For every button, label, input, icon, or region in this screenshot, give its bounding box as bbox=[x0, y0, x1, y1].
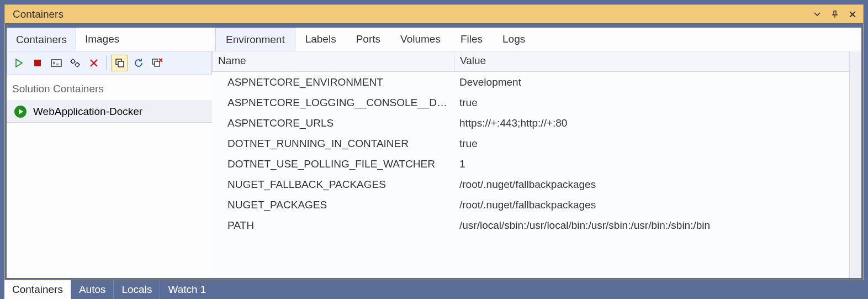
dock-tab-autos[interactable]: Autos bbox=[71, 280, 114, 299]
toolbar-separator bbox=[107, 56, 107, 70]
dropdown-icon[interactable] bbox=[812, 9, 822, 19]
env-value: true bbox=[454, 97, 849, 109]
table-row[interactable]: NUGET_FALLBACK_PACKAGES/root/.nuget/fall… bbox=[212, 174, 849, 195]
title-bar: Containers bbox=[4, 4, 864, 23]
env-name: NUGET_FALLBACK_PACKAGES bbox=[212, 179, 454, 191]
dock-tabs: Containers Autos Locals Watch 1 bbox=[0, 280, 868, 299]
tab-label: Labels bbox=[305, 33, 336, 45]
tab-logs[interactable]: Logs bbox=[493, 28, 535, 51]
svg-point-3 bbox=[76, 63, 79, 66]
table-row[interactable]: DOTNET_RUNNING_IN_CONTAINERtrue bbox=[212, 133, 849, 154]
table-row[interactable]: ASPNETCORE_URLShttps://+:443;http://+:80 bbox=[212, 113, 849, 133]
svg-rect-5 bbox=[118, 61, 124, 67]
container-list-item[interactable]: WebApplication-Docker bbox=[7, 101, 212, 123]
settings-button[interactable] bbox=[67, 55, 83, 71]
grid-header: Name Value bbox=[212, 51, 849, 72]
env-value: true bbox=[454, 138, 849, 150]
running-icon bbox=[14, 106, 27, 118]
dock-tab-label: Locals bbox=[121, 284, 152, 296]
left-tabs: Containers Images bbox=[7, 28, 212, 51]
tab-files[interactable]: Files bbox=[451, 28, 493, 51]
right-pane: Environment Labels Ports Volumes Files L… bbox=[212, 28, 861, 278]
content-area: Containers Images bbox=[4, 23, 864, 280]
tab-containers[interactable]: Containers bbox=[7, 28, 76, 51]
scrollbar[interactable] bbox=[849, 51, 861, 278]
tab-label: Ports bbox=[356, 33, 380, 45]
dock-tab-label: Autos bbox=[79, 284, 106, 296]
tab-volumes[interactable]: Volumes bbox=[390, 28, 451, 51]
svg-rect-0 bbox=[34, 60, 41, 66]
grid-body: ASPNETCORE_ENVIRONMENTDevelopment ASPNET… bbox=[212, 72, 849, 278]
dock-tab-locals[interactable]: Locals bbox=[113, 280, 160, 299]
dock-tab-watch1[interactable]: Watch 1 bbox=[160, 280, 214, 299]
tab-label: Files bbox=[461, 33, 483, 45]
start-button[interactable] bbox=[10, 55, 27, 71]
env-value: /usr/local/sbin:/usr/local/bin:/usr/sbin… bbox=[454, 219, 849, 232]
table-row[interactable]: ASPNETCORE_LOGGING__CONSOLE__DISA…true bbox=[212, 92, 849, 113]
env-value: /root/.nuget/fallbackpackages bbox=[454, 199, 849, 211]
env-name: NUGET_PACKAGES bbox=[212, 199, 454, 211]
column-header-value[interactable]: Value bbox=[454, 51, 849, 71]
env-value: /root/.nuget/fallbackpackages bbox=[454, 179, 849, 191]
container-name: WebApplication-Docker bbox=[33, 106, 142, 118]
tab-label: Environment bbox=[226, 34, 285, 46]
detail-tabs: Environment Labels Ports Volumes Files L… bbox=[212, 28, 861, 51]
tab-label: Logs bbox=[502, 33, 525, 45]
table-row[interactable]: NUGET_PACKAGES/root/.nuget/fallbackpacka… bbox=[212, 195, 849, 215]
refresh-button[interactable] bbox=[130, 55, 147, 71]
table-row[interactable]: PATH/usr/local/sbin:/usr/local/bin:/usr/… bbox=[212, 215, 849, 235]
stop-button[interactable] bbox=[29, 55, 46, 71]
env-name: ASPNETCORE_URLS bbox=[212, 117, 454, 129]
tab-environment[interactable]: Environment bbox=[215, 28, 295, 51]
svg-rect-7 bbox=[155, 61, 160, 66]
env-name: DOTNET_USE_POLLING_FILE_WATCHER bbox=[212, 158, 454, 170]
close-icon[interactable] bbox=[848, 9, 858, 19]
tab-images[interactable]: Images bbox=[76, 28, 128, 51]
env-name: DOTNET_RUNNING_IN_CONTAINER bbox=[212, 138, 454, 150]
window-title: Containers bbox=[13, 8, 812, 20]
pin-icon[interactable] bbox=[830, 9, 840, 19]
tab-label: Images bbox=[85, 33, 119, 45]
delete-button[interactable] bbox=[86, 55, 102, 71]
tool-window-frame: Containers Containers Images bbox=[0, 0, 868, 280]
terminal-button[interactable] bbox=[48, 55, 65, 71]
env-name: ASPNETCORE_LOGGING__CONSOLE__DISA… bbox=[212, 97, 454, 109]
title-bar-buttons bbox=[812, 9, 858, 19]
env-value: Development bbox=[454, 76, 849, 88]
dock-tab-containers[interactable]: Containers bbox=[4, 280, 71, 299]
svg-rect-1 bbox=[51, 60, 61, 66]
left-pane: Containers Images bbox=[7, 28, 212, 278]
tab-label: Volumes bbox=[400, 33, 441, 45]
containers-list: Solution Containers WebApplication-Docke… bbox=[7, 75, 212, 278]
copy-button[interactable] bbox=[112, 55, 128, 71]
dock-tab-label: Containers bbox=[12, 284, 63, 296]
env-value: https://+:443;http://+:80 bbox=[454, 117, 849, 129]
table-row[interactable]: DOTNET_USE_POLLING_FILE_WATCHER1 bbox=[212, 154, 849, 174]
toolbar bbox=[7, 51, 212, 75]
table-row[interactable]: ASPNETCORE_ENVIRONMENTDevelopment bbox=[212, 72, 849, 92]
env-name: PATH bbox=[212, 219, 454, 232]
tab-label: Containers bbox=[16, 34, 67, 46]
tab-labels[interactable]: Labels bbox=[295, 28, 346, 51]
group-header: Solution Containers bbox=[7, 78, 212, 101]
prune-button[interactable] bbox=[149, 55, 166, 71]
dock-tab-label: Watch 1 bbox=[168, 284, 206, 296]
env-value: 1 bbox=[454, 158, 849, 170]
env-name: ASPNETCORE_ENVIRONMENT bbox=[212, 76, 454, 88]
column-header-name[interactable]: Name bbox=[213, 51, 454, 71]
panels: Containers Images bbox=[7, 28, 861, 278]
tab-ports[interactable]: Ports bbox=[346, 28, 390, 51]
